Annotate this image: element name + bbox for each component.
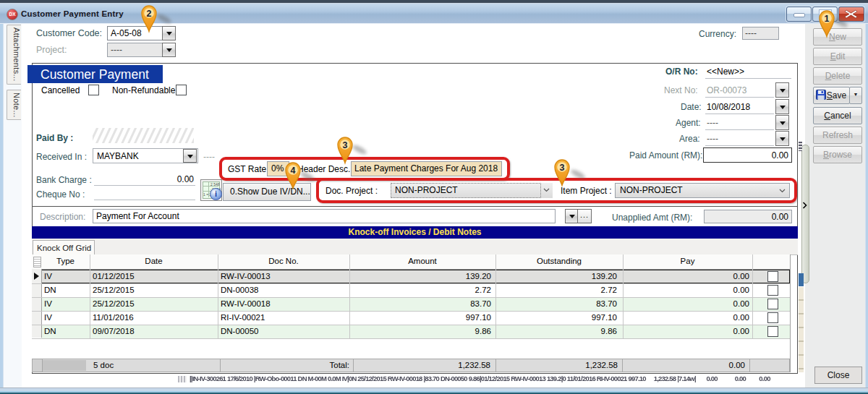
svg-text:2: 2	[147, 9, 152, 19]
svg-text:3: 3	[343, 140, 348, 150]
svg-text:3: 3	[560, 163, 565, 173]
svg-text:4: 4	[291, 166, 296, 176]
svg-text:1: 1	[825, 14, 830, 24]
